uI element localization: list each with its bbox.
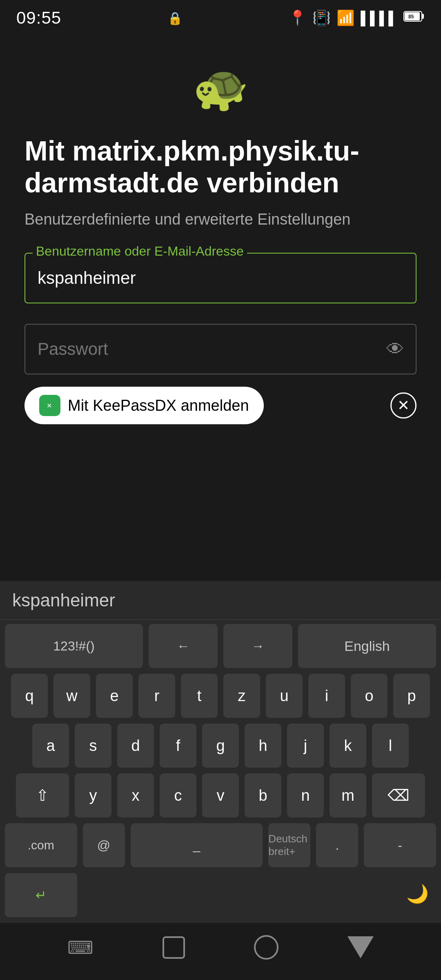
keyboard-row-2: a s d f g h j k l [5, 724, 436, 768]
keepass-text: Mit KeePassDX anmelden [68, 397, 249, 414]
arrow-left-key[interactable]: ← [149, 624, 218, 668]
battery-icon: 85 [403, 10, 425, 26]
suggestion-bar: ✕ Mit KeePassDX anmelden ✕ [24, 387, 416, 424]
page-subtitle: Benutzerdefinierte und erweiterte Einste… [24, 211, 416, 228]
nav-home-button[interactable] [254, 935, 278, 960]
key-l[interactable]: l [372, 724, 409, 768]
username-label: Benutzername oder E-Mail-Adresse [33, 244, 247, 259]
key-d[interactable]: d [117, 724, 154, 768]
keyboard: kspanheimer 123!#() ← → English q w e r … [0, 581, 441, 980]
page-title: Mit matrix.pkm.physik.tu-darmstadt.de ve… [24, 135, 416, 198]
svg-text:85: 85 [408, 14, 414, 20]
svg-rect-1 [422, 14, 424, 19]
key-f[interactable]: f [160, 724, 196, 768]
app-content: 🐢 Mit matrix.pkm.physik.tu-darmstadt.de … [0, 33, 441, 424]
enter-key[interactable]: ↵ [5, 873, 77, 917]
keyboard-nav-icon[interactable]: ⌨ [67, 937, 94, 958]
delete-key[interactable]: ⌫ [372, 773, 425, 817]
underscore-key[interactable]: _ [131, 823, 263, 867]
status-icons: 📍 📳 📶 ▌▌▌▌ 85 [288, 9, 425, 27]
key-i[interactable]: i [308, 674, 345, 718]
key-u[interactable]: u [266, 674, 303, 718]
key-b[interactable]: b [245, 773, 281, 817]
autocomplete-text: kspanheimer [12, 590, 115, 610]
status-bar: 09:55 🔒 📍 📳 📶 ▌▌▌▌ 85 [0, 0, 441, 33]
key-s[interactable]: s [75, 724, 111, 768]
key-m[interactable]: m [330, 773, 366, 817]
key-e[interactable]: e [96, 674, 133, 718]
key-z[interactable]: z [223, 674, 260, 718]
keepass-suggestion[interactable]: ✕ Mit KeePassDX anmelden [24, 387, 264, 424]
key-a[interactable]: a [32, 724, 69, 768]
key-j[interactable]: j [287, 724, 324, 768]
period-key[interactable]: . [316, 823, 358, 867]
status-lock-icon: 🔒 [167, 11, 183, 25]
location-icon: 📍 [288, 9, 307, 27]
autocomplete-bar: kspanheimer [0, 581, 441, 620]
dark-mode-hint: 🌙 [406, 883, 429, 904]
app-logo: 🐢 [24, 65, 416, 110]
username-container: Benutzername oder E-Mail-Adresse [24, 253, 416, 303]
key-n[interactable]: n [287, 773, 324, 817]
symbols-key[interactable]: 123!#() [5, 624, 143, 668]
key-r[interactable]: r [138, 674, 175, 718]
password-container: 👁 [24, 324, 416, 374]
keyboard-row-1: q w e r t z u i o p [5, 674, 436, 718]
special-row: 123!#() ← → English [5, 624, 436, 668]
status-time: 09:55 [16, 8, 61, 28]
password-input[interactable] [24, 324, 416, 374]
username-input[interactable] [24, 253, 416, 303]
at-key[interactable]: @ [83, 823, 125, 867]
key-x[interactable]: x [117, 773, 154, 817]
nav-bar: ⌨ [0, 923, 441, 980]
language-key[interactable]: English [298, 624, 436, 668]
vibrate-icon: 📳 [312, 9, 331, 27]
key-w[interactable]: w [53, 674, 90, 718]
svg-text:✕: ✕ [47, 402, 52, 409]
keepass-icon: ✕ [39, 395, 60, 416]
key-o[interactable]: o [351, 674, 388, 718]
suggestion-close-button[interactable]: ✕ [390, 392, 416, 419]
keyboard-bottom-row: .com @ _ Deutsch breit+ . - ↵ [5, 823, 436, 917]
key-p[interactable]: p [393, 674, 430, 718]
key-t[interactable]: t [181, 674, 218, 718]
eye-icon[interactable]: 👁 [386, 339, 404, 359]
wifi-icon: 📶 [336, 9, 355, 27]
nav-back-button[interactable] [347, 936, 374, 958]
spacebar-key[interactable]: Deutsch breit+ [268, 823, 310, 867]
key-c[interactable]: c [160, 773, 196, 817]
key-k[interactable]: k [330, 724, 366, 768]
arrow-right-key[interactable]: → [223, 624, 292, 668]
key-v[interactable]: v [202, 773, 239, 817]
key-y[interactable]: y [75, 773, 111, 817]
keyboard-row-3: ⇧ y x c v b n m ⌫ [5, 773, 436, 817]
key-q[interactable]: q [11, 674, 48, 718]
nav-recents-button[interactable] [163, 936, 185, 959]
shift-key[interactable]: ⇧ [16, 773, 69, 817]
dotcom-key[interactable]: .com [5, 823, 77, 867]
signal-icon: ▌▌▌▌ [361, 11, 398, 26]
keyboard-rows: 123!#() ← → English q w e r t z u i o p [0, 620, 441, 917]
key-h[interactable]: h [245, 724, 281, 768]
key-g[interactable]: g [202, 724, 239, 768]
dash-key[interactable]: - [364, 823, 436, 867]
